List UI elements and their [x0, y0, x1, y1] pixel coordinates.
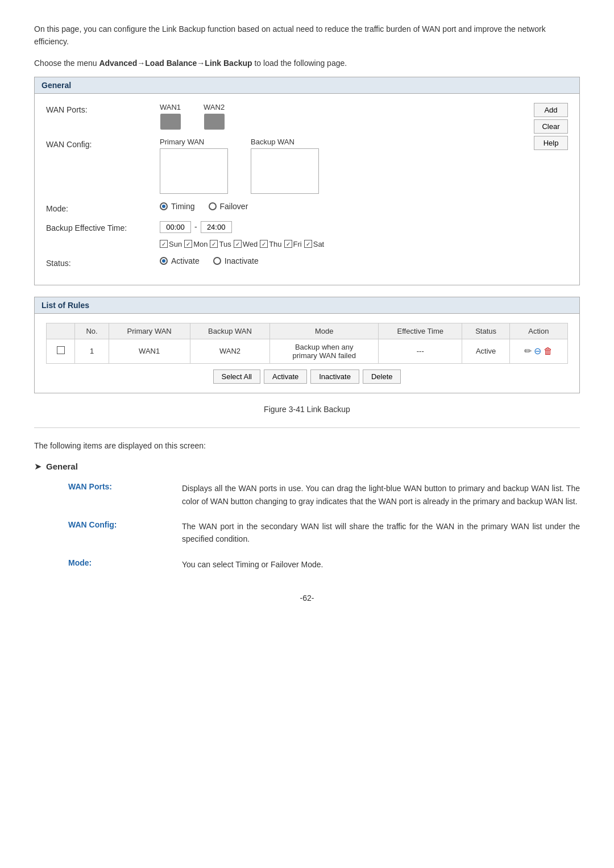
- wan2-icon[interactable]: [204, 114, 225, 130]
- desc-intro: The following items are displayed on thi…: [34, 439, 580, 452]
- delete-icon[interactable]: 🗑: [544, 346, 553, 356]
- wan-config-label: WAN Config:: [46, 138, 160, 149]
- day-mon[interactable]: Mon: [184, 240, 208, 248]
- failover-option[interactable]: Failover: [209, 202, 248, 211]
- tus-label: Tus: [219, 240, 231, 248]
- wed-checkbox[interactable]: [234, 240, 242, 248]
- rules-table: No. Primary WAN Backup WAN Mode Effectiv…: [46, 323, 568, 364]
- toggle-icon[interactable]: ⊖: [534, 346, 541, 356]
- row-effective-time: ---: [379, 339, 462, 363]
- col-primary-wan: Primary WAN: [109, 323, 190, 339]
- status-content: Activate Inactivate: [160, 256, 568, 265]
- help-button[interactable]: Help: [534, 136, 568, 150]
- backup-wan-box: Backup WAN: [251, 138, 319, 194]
- delete-button[interactable]: Delete: [363, 369, 401, 384]
- time-start-input[interactable]: [160, 221, 191, 233]
- intro-text: On this page, you can configure the Link…: [34, 23, 580, 48]
- primary-wan-config-area[interactable]: [160, 148, 228, 194]
- inactivate-button[interactable]: Inactivate: [310, 369, 359, 384]
- day-sun[interactable]: Sun: [160, 240, 182, 248]
- timing-option[interactable]: Timing: [160, 202, 195, 211]
- desc-section: The following items are displayed on thi…: [34, 439, 580, 571]
- inactivate-radio[interactable]: [213, 257, 221, 265]
- col-effective-time: Effective Time: [379, 323, 462, 339]
- section-header: ➤ General: [34, 461, 580, 472]
- nav-suffix: to load the following page.: [252, 59, 347, 68]
- col-checkbox: [47, 323, 75, 339]
- desc-def-wan-config: The WAN port in the secondary WAN list w…: [182, 520, 580, 546]
- fri-label: Fri: [293, 240, 302, 248]
- wan1-icon[interactable]: [160, 114, 181, 130]
- mode-label: Mode:: [46, 202, 160, 213]
- mon-checkbox[interactable]: [184, 240, 192, 248]
- figure-caption: Figure 3-41 Link Backup: [34, 405, 580, 414]
- wan1-label: WAN1: [160, 103, 181, 111]
- row-checkbox[interactable]: [57, 346, 65, 354]
- mon-label: Mon: [193, 240, 208, 248]
- timing-radio[interactable]: [160, 202, 168, 210]
- arrow-icon: ➤: [34, 461, 42, 472]
- nav-prefix: Choose the menu: [34, 59, 99, 68]
- desc-term-wan-config: WAN Config:: [68, 520, 182, 546]
- wan-ports-label: WAN Ports:: [46, 103, 160, 114]
- section-label: General: [46, 462, 78, 471]
- inactivate-option[interactable]: Inactivate: [213, 256, 259, 265]
- col-status: Status: [462, 323, 509, 339]
- status-label: Status:: [46, 256, 160, 268]
- desc-wan-config: WAN Config: The WAN port in the secondar…: [34, 520, 580, 546]
- activate-label: Activate: [171, 256, 200, 265]
- inactivate-label: Inactivate: [225, 256, 259, 265]
- fri-checkbox[interactable]: [284, 240, 292, 248]
- desc-wan-ports: WAN Ports: Displays all the WAN ports in…: [34, 482, 580, 508]
- rules-table-head: No. Primary WAN Backup WAN Mode Effectiv…: [47, 323, 568, 339]
- sun-label: Sun: [169, 240, 182, 248]
- side-buttons: Add Clear Help: [534, 103, 568, 150]
- wan-config-row: WAN Config: Primary WAN Backup WAN: [46, 138, 568, 194]
- edit-icon[interactable]: ✏: [524, 346, 532, 356]
- mode-row: Mode: Timing Failover: [46, 202, 568, 213]
- desc-def-wan-ports: Displays all the WAN ports in use. You c…: [182, 482, 580, 508]
- select-all-button[interactable]: Select All: [213, 369, 260, 384]
- rules-header-row: No. Primary WAN Backup WAN Mode Effectiv…: [47, 323, 568, 339]
- general-panel-header: General: [35, 77, 579, 94]
- desc-def-mode: You can select Timing or Failover Mode.: [182, 558, 580, 571]
- day-wed[interactable]: Wed: [234, 240, 258, 248]
- bottom-buttons: Select All Activate Inactivate Delete: [46, 369, 568, 384]
- activate-radio[interactable]: [160, 257, 168, 265]
- wan1-port: WAN1: [160, 103, 181, 130]
- sat-checkbox[interactable]: [304, 240, 312, 248]
- backup-wan-box-label: Backup WAN: [251, 138, 294, 146]
- backup-time-row: Backup Effective Time: - Sun: [46, 221, 568, 248]
- time-end-input[interactable]: [201, 221, 232, 233]
- nav-instruction: Choose the menu Advanced→Load Balance→Li…: [34, 59, 580, 68]
- row-checkbox-cell[interactable]: [47, 339, 75, 363]
- day-tus[interactable]: Tus: [210, 240, 231, 248]
- timing-label: Timing: [171, 202, 195, 211]
- col-action: Action: [509, 323, 567, 339]
- row-backup-wan: WAN2: [190, 339, 270, 363]
- row-no: 1: [75, 339, 109, 363]
- primary-wan-box: Primary WAN: [160, 138, 228, 194]
- backup-wan-config-area[interactable]: [251, 148, 319, 194]
- clear-button[interactable]: Clear: [534, 119, 568, 134]
- row-primary-wan: WAN1: [109, 339, 190, 363]
- wed-label: Wed: [243, 240, 258, 248]
- mode-content: Timing Failover: [160, 202, 568, 211]
- activate-button[interactable]: Activate: [264, 369, 307, 384]
- activate-option[interactable]: Activate: [160, 256, 200, 265]
- wan-ports-row: WAN Ports: WAN1 WAN2: [46, 103, 568, 130]
- add-button[interactable]: Add: [534, 103, 568, 117]
- thu-label: Thu: [269, 240, 281, 248]
- tus-checkbox[interactable]: [210, 240, 218, 248]
- thu-checkbox[interactable]: [260, 240, 268, 248]
- day-thu[interactable]: Thu: [260, 240, 281, 248]
- primary-wan-box-label: Primary WAN: [160, 138, 204, 146]
- sat-label: Sat: [313, 240, 325, 248]
- day-sat[interactable]: Sat: [304, 240, 325, 248]
- wan-ports-content: WAN1 WAN2: [160, 103, 568, 130]
- day-fri[interactable]: Fri: [284, 240, 302, 248]
- failover-radio[interactable]: [209, 202, 217, 210]
- time-separator: -: [194, 222, 197, 231]
- sun-checkbox[interactable]: [160, 240, 168, 248]
- backup-time-content: - Sun Mon Tus: [160, 221, 568, 248]
